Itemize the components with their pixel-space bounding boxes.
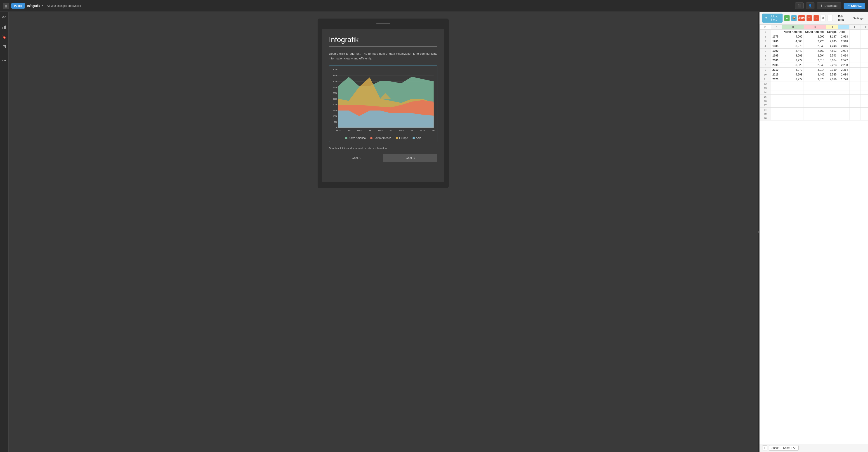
sidebar-item-charts[interactable]: [1, 24, 7, 30]
cell-1e[interactable]: Asia: [838, 30, 849, 34]
cell-g[interactable]: [861, 34, 868, 39]
cell-b[interactable]: 4,803: [782, 39, 804, 44]
chart-container[interactable]: 5000 4500 4000 3500 3000 2500 2000 1500 …: [329, 66, 437, 142]
sidebar-item-more[interactable]: •••: [1, 58, 7, 64]
expand-icon[interactable]: ▾: [813, 15, 819, 21]
sidebar-item-bookmark[interactable]: 🔖: [1, 34, 7, 40]
cell-c[interactable]: 2,543: [804, 63, 826, 68]
cell-1d[interactable]: Europe: [826, 30, 838, 34]
cell-b[interactable]: 3,977: [782, 58, 804, 63]
chart-caption[interactable]: Double click to add a legend or brief ex…: [329, 147, 437, 150]
cell-e[interactable]: 2,918: [838, 39, 849, 44]
cell-a[interactable]: 1980: [771, 39, 782, 44]
cell-a[interactable]: 2020: [771, 77, 782, 82]
cell-f[interactable]: [849, 49, 861, 53]
cell-f[interactable]: [849, 58, 861, 63]
cell-d[interactable]: 2,223: [826, 63, 838, 68]
cell-e[interactable]: 2,238: [838, 63, 849, 68]
cell-f[interactable]: [849, 63, 861, 68]
cell-a[interactable]: 2000: [771, 58, 782, 63]
cell-g[interactable]: [861, 49, 868, 53]
monitor-button[interactable]: ⬛: [795, 2, 804, 9]
cell-e[interactable]: 3,014: [838, 53, 849, 58]
spreadsheet[interactable]: ⊞ A B C D E F G H I 1 North Ameri: [760, 25, 868, 444]
doc-title[interactable]: Infografik ▾: [27, 4, 43, 8]
cell-d[interactable]: 3,004: [826, 58, 838, 63]
cell-c[interactable]: 3,014: [804, 68, 826, 72]
cell-g[interactable]: [861, 58, 868, 63]
cell-b[interactable]: 3,977: [782, 77, 804, 82]
table-icon[interactable]: ⊞: [807, 15, 812, 21]
public-button[interactable]: Public: [11, 3, 25, 8]
cell-d[interactable]: 2,845: [826, 39, 838, 44]
cell-b[interactable]: 4,665: [782, 34, 804, 39]
share-button[interactable]: ↗ Share...: [844, 3, 865, 9]
cell-f[interactable]: [849, 77, 861, 82]
cell-b[interactable]: 3,901: [782, 53, 804, 58]
cell-b[interactable]: 4,279: [782, 68, 804, 72]
person-button[interactable]: 👤: [806, 2, 814, 9]
cell-b[interactable]: 3,449: [782, 49, 804, 53]
cell-d[interactable]: 2,543: [826, 53, 838, 58]
cell-d[interactable]: 4,248: [826, 44, 838, 49]
cell-f[interactable]: [849, 44, 861, 49]
google-sheets-icon[interactable]: ▲: [784, 15, 789, 21]
cell-b[interactable]: 4,203: [782, 72, 804, 77]
cell-a[interactable]: 1985: [771, 44, 782, 49]
drag-handle[interactable]: [376, 23, 390, 24]
cell-d[interactable]: 2,016: [826, 77, 838, 82]
gear-button[interactable]: ⚙: [828, 15, 833, 21]
cell-g[interactable]: [861, 39, 868, 44]
infographic-description[interactable]: Double click to add text. The primary go…: [329, 52, 437, 61]
cell-e[interactable]: 2,314: [838, 68, 849, 72]
cell-d[interactable]: 2,119: [826, 68, 838, 72]
cell-g[interactable]: [861, 44, 868, 49]
add-sheet-button[interactable]: +: [762, 446, 767, 450]
cell-d[interactable]: 4,803: [826, 49, 838, 53]
cell-g[interactable]: [861, 53, 868, 58]
cell-g[interactable]: [861, 68, 868, 72]
cell-e[interactable]: 2,592: [838, 58, 849, 63]
cell-b[interactable]: 3,276: [782, 44, 804, 49]
cell-e[interactable]: 3,004: [838, 49, 849, 53]
cell-e[interactable]: 1,776: [838, 77, 849, 82]
sheet-dropdown[interactable]: Sheet 1: [782, 446, 796, 450]
cell-a[interactable]: 1995: [771, 53, 782, 58]
settings-link[interactable]: Settings: [851, 17, 865, 20]
goal-a-tab[interactable]: Goal A: [329, 154, 383, 162]
cell-a[interactable]: 2010: [771, 68, 782, 72]
settings-icon[interactable]: ⚙: [820, 15, 826, 21]
cell-1b[interactable]: North America: [782, 30, 804, 34]
cell-d[interactable]: 3,137: [826, 34, 838, 39]
cell-a[interactable]: 2005: [771, 63, 782, 68]
cell-c[interactable]: 3,449: [804, 72, 826, 77]
sidebar-item-image[interactable]: 🖼: [1, 44, 7, 50]
cell-f[interactable]: [849, 53, 861, 58]
cell-c[interactable]: 2,996: [804, 34, 826, 39]
cell-a[interactable]: 1990: [771, 49, 782, 53]
panel-divider[interactable]: ‖: [758, 12, 760, 452]
canvas-area[interactable]: Infografik Double click to add text. The…: [8, 12, 758, 452]
cell-c[interactable]: 2,845: [804, 44, 826, 49]
cell-f[interactable]: [849, 39, 861, 44]
json-button[interactable]: JSON: [798, 15, 805, 21]
sidebar-item-text[interactable]: Aa: [1, 14, 7, 20]
cell-a[interactable]: 1975: [771, 34, 782, 39]
cell-c[interactable]: 2,618: [804, 58, 826, 63]
sheet-tab[interactable]: Sheet 1 Sheet 1: [769, 445, 799, 451]
download-button[interactable]: ⬇ Download: [817, 2, 841, 9]
cell-c[interactable]: 2,769: [804, 49, 826, 53]
cell-b[interactable]: 3,826: [782, 63, 804, 68]
infographic-title[interactable]: Infografik: [329, 35, 437, 44]
cell-1c[interactable]: South America: [804, 30, 826, 34]
goal-b-tab[interactable]: Goal B: [383, 154, 437, 162]
cell-g[interactable]: [861, 77, 868, 82]
cell-c[interactable]: 2,694: [804, 53, 826, 58]
cell-c[interactable]: 3,373: [804, 77, 826, 82]
cell-f[interactable]: [849, 72, 861, 77]
cell-g[interactable]: [861, 72, 868, 77]
dropbox-icon[interactable]: 📦: [792, 15, 797, 21]
cell-g[interactable]: [861, 63, 868, 68]
cell-d[interactable]: 2,535: [826, 72, 838, 77]
cell-a[interactable]: 2015: [771, 72, 782, 77]
